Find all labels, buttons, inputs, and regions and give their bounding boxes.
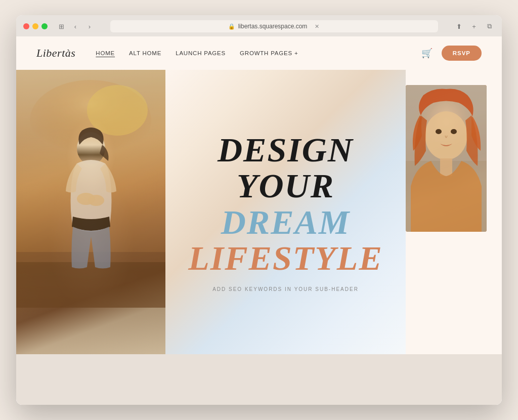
photo-right-image bbox=[406, 85, 487, 232]
svg-point-12 bbox=[425, 111, 467, 160]
close-traffic-light[interactable] bbox=[23, 23, 29, 29]
svg-point-14 bbox=[451, 129, 457, 134]
window-grid-button[interactable]: ⊞ bbox=[56, 21, 67, 32]
svg-point-13 bbox=[436, 129, 442, 134]
hero-title-line3: LIFESTYLE bbox=[176, 240, 396, 276]
share-button[interactable]: ⬆ bbox=[453, 21, 464, 32]
svg-point-2 bbox=[87, 85, 148, 136]
hero-title-your: YOUR bbox=[237, 166, 334, 205]
navigation: Libertàs HOME ALT HOME LAUNCH PAGES GROW… bbox=[16, 36, 502, 70]
svg-rect-15 bbox=[440, 158, 452, 176]
browser-nav-controls: ⊞ ‹ › bbox=[56, 21, 95, 32]
hero-title-line2: YOUR DREAM bbox=[176, 168, 396, 240]
lock-icon: 🔒 bbox=[228, 23, 235, 30]
traffic-lights bbox=[23, 23, 48, 29]
duplicate-button[interactable]: ⧉ bbox=[484, 21, 495, 32]
site-logo[interactable]: Libertàs bbox=[36, 47, 75, 60]
hero-photo-right bbox=[406, 70, 502, 354]
nav-link-home[interactable]: HOME bbox=[96, 50, 115, 56]
bottom-area bbox=[16, 354, 502, 405]
website-content: Libertàs HOME ALT HOME LAUNCH PAGES GROW… bbox=[16, 36, 502, 405]
browser-window: ⊞ ‹ › 🔒 libertas.squarespace.com ✕ ⬆ + ⧉… bbox=[16, 15, 502, 405]
hero-title-dream: DREAM bbox=[221, 203, 351, 241]
nav-link-alt-home[interactable]: ALT HOME bbox=[129, 50, 161, 56]
hero-title-line1: DESIGN bbox=[176, 132, 396, 168]
fullscreen-traffic-light[interactable] bbox=[41, 23, 48, 29]
nav-link-launch-pages[interactable]: LAUNCH PAGES bbox=[176, 50, 226, 56]
nav-link-growth-pages[interactable]: GROWTH PAGES + bbox=[240, 50, 298, 56]
new-tab-button[interactable]: + bbox=[468, 21, 480, 32]
hero-subtitle: ADD SEO KEYWORDS IN YOUR SUB-HEADER bbox=[212, 286, 359, 292]
browser-right-controls: ⬆ + ⧉ bbox=[453, 21, 495, 32]
nav-links: HOME ALT HOME LAUNCH PAGES GROWTH PAGES … bbox=[96, 50, 421, 56]
back-button[interactable]: ‹ bbox=[70, 21, 81, 32]
close-tab-icon[interactable]: ✕ bbox=[313, 23, 320, 30]
url-text: libertas.squarespace.com bbox=[238, 23, 308, 30]
minimize-traffic-light[interactable] bbox=[32, 23, 38, 29]
svg-point-7 bbox=[88, 195, 104, 206]
photo-left-image bbox=[16, 70, 165, 354]
address-bar[interactable]: 🔒 libertas.squarespace.com ✕ bbox=[110, 20, 438, 32]
rsvp-button[interactable]: RSVP bbox=[442, 46, 482, 61]
nav-right-actions: 🛒 RSVP bbox=[421, 46, 482, 61]
hero-title: DESIGN YOUR DREAM LIFESTYLE bbox=[176, 132, 396, 277]
hero-section: DESIGN YOUR DREAM LIFESTYLE ADD SEO KEYW… bbox=[16, 70, 502, 354]
svg-rect-4 bbox=[16, 262, 165, 308]
hero-photo-left bbox=[16, 70, 165, 354]
browser-chrome: ⊞ ‹ › 🔒 libertas.squarespace.com ✕ ⬆ + ⧉ bbox=[16, 15, 502, 36]
hero-center-content: DESIGN YOUR DREAM LIFESTYLE ADD SEO KEYW… bbox=[165, 70, 406, 354]
forward-button[interactable]: › bbox=[84, 21, 95, 32]
cart-icon[interactable]: 🛒 bbox=[421, 48, 433, 59]
